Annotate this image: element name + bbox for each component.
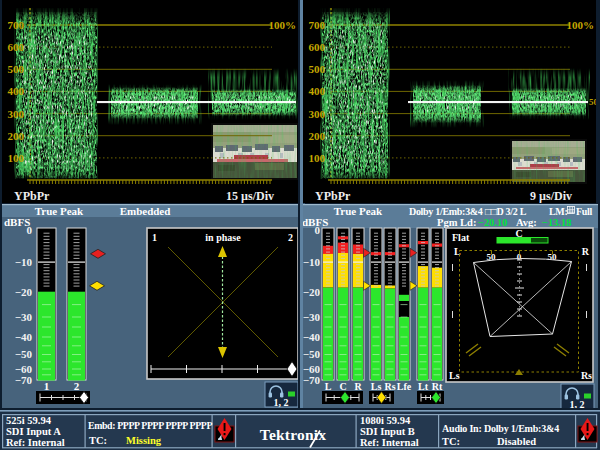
svg-text:300: 300	[8, 108, 25, 120]
svg-text:in phase: in phase	[205, 232, 241, 243]
svg-text:YPbPr: YPbPr	[315, 189, 351, 203]
svg-text:L: L	[325, 381, 332, 392]
svg-text:Full: Full	[576, 206, 593, 217]
svg-text:700: 700	[309, 19, 326, 31]
svg-text:1: 1	[152, 232, 157, 243]
svg-text:100: 100	[309, 152, 326, 164]
svg-text:−70: −70	[15, 374, 33, 386]
svg-text:400: 400	[309, 85, 326, 97]
svg-text:Embedded: Embedded	[120, 205, 171, 217]
svg-text:SDI Input B: SDI Input B	[360, 426, 415, 437]
svg-text:100: 100	[8, 152, 25, 164]
svg-text:−50: −50	[303, 348, 320, 360]
svg-text:−13.18: −13.18	[542, 217, 572, 228]
svg-text:True Peak: True Peak	[334, 205, 383, 217]
svg-text:600: 600	[309, 41, 326, 53]
svg-text:Ls: Ls	[371, 381, 382, 392]
svg-text:−20.10: −20.10	[478, 217, 508, 228]
svg-text:Pgm Ld:: Pgm Ld:	[437, 217, 476, 228]
svg-text:Lfe: Lfe	[397, 381, 412, 392]
svg-text:Flat: Flat	[452, 232, 470, 243]
svg-text:Ref: Internal: Ref: Internal	[6, 437, 65, 448]
svg-text:TC:: TC:	[442, 436, 460, 447]
svg-text:C: C	[339, 381, 346, 392]
svg-text:−20: −20	[15, 286, 33, 298]
svg-text:Missing: Missing	[126, 435, 162, 446]
svg-text:−10: −10	[303, 256, 320, 268]
svg-text:R: R	[354, 381, 362, 392]
svg-text:Lt: Lt	[418, 381, 429, 392]
svg-text:Audio In: Dolby 1/Emb:3&4: Audio In: Dolby 1/Emb:3&4	[442, 423, 559, 434]
svg-text:50%: 50%	[589, 97, 596, 107]
svg-text:−10: −10	[15, 256, 33, 268]
svg-text:Avg:: Avg:	[516, 217, 537, 228]
svg-text:LM:: LM:	[549, 206, 568, 217]
svg-text:□□D 3/2 L: □□D 3/2 L	[485, 206, 527, 217]
svg-text:−70: −70	[303, 374, 320, 386]
svg-text:−30: −30	[15, 311, 33, 323]
svg-text:Tektronix: Tektronix	[260, 426, 326, 443]
svg-text:500: 500	[8, 63, 25, 75]
svg-text:300: 300	[309, 108, 326, 120]
svg-text:Ref: Internal: Ref: Internal	[360, 437, 419, 448]
svg-text:Rt: Rt	[432, 381, 443, 392]
svg-text:600: 600	[8, 41, 25, 53]
svg-text:0: 0	[315, 224, 321, 236]
svg-text:Ls: Ls	[449, 370, 460, 381]
svg-text:9 µs/Div: 9 µs/Div	[530, 189, 572, 203]
svg-text:−20: −20	[303, 286, 320, 298]
svg-text:SDI Input A: SDI Input A	[6, 426, 61, 437]
svg-text:200: 200	[8, 130, 25, 142]
svg-text:100%: 100%	[269, 19, 297, 31]
svg-text:R: R	[582, 246, 590, 257]
svg-text:Rs: Rs	[581, 370, 592, 381]
svg-text:True Peak: True Peak	[35, 205, 84, 217]
svg-text:−40: −40	[15, 331, 33, 343]
svg-text:−50: −50	[15, 348, 33, 360]
svg-text:−40: −40	[303, 331, 320, 343]
svg-text:500: 500	[309, 63, 326, 75]
svg-text:Disabled: Disabled	[497, 436, 536, 447]
svg-text:TC:: TC:	[89, 435, 107, 446]
svg-text:1, 2: 1, 2	[570, 399, 585, 409]
svg-text:700: 700	[8, 19, 25, 31]
svg-text:1, 2: 1, 2	[274, 397, 289, 408]
svg-text:1080i 59.94: 1080i 59.94	[360, 415, 411, 426]
svg-text:1: 1	[44, 380, 50, 392]
svg-text:2: 2	[288, 232, 293, 243]
svg-text:200: 200	[309, 130, 326, 142]
svg-text:−30: −30	[303, 311, 320, 323]
svg-text:Dolby 1/Emb:3&4: Dolby 1/Emb:3&4	[409, 206, 483, 217]
svg-text:2: 2	[74, 380, 80, 392]
svg-text:400: 400	[8, 85, 25, 97]
svg-text:YPbPr: YPbPr	[14, 189, 50, 203]
svg-text:0: 0	[27, 224, 33, 236]
svg-text:525i 59.94: 525i 59.94	[6, 415, 52, 426]
svg-text:15 µs/Div: 15 µs/Div	[226, 189, 274, 203]
svg-text:100%: 100%	[567, 19, 595, 31]
svg-text:Embd: PPPP PPPP PPPP PPPP: Embd: PPPP PPPP PPPP PPPP	[88, 420, 212, 431]
svg-text:Rs: Rs	[384, 381, 395, 392]
